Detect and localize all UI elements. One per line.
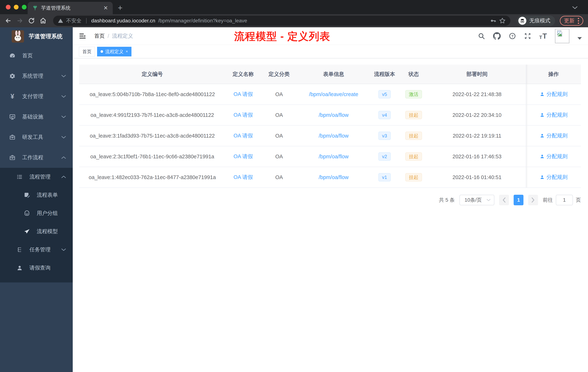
security-warning-icon — [58, 18, 63, 23]
form-info-link[interactable]: /bpm/oa/flow — [297, 153, 370, 160]
sidebar-item-home[interactable]: 首页 — [0, 45, 73, 66]
url-bar[interactable]: 不安全 dashboard.yudao.iocoder.cn/bpm/manag… — [53, 16, 510, 26]
browser-tab[interactable]: 芋道管理系统 ✕ — [28, 2, 113, 14]
definition-name-link[interactable]: OA 请假 — [225, 153, 261, 160]
sidebar-item-leave-query[interactable]: 请假查询 — [0, 259, 73, 277]
definition-name-link[interactable]: OA 请假 — [225, 91, 261, 98]
table-row: oa_leave:2:3c1f0ef1-76b1-11ec-9c66-a2380… — [79, 146, 581, 167]
sidebar-item-payment[interactable]: ¥ 支付管理 — [0, 86, 73, 107]
security-label: 不安全 — [66, 17, 82, 24]
close-window-button[interactable] — [6, 5, 10, 10]
sidebar-item-label: 基础设施 — [22, 113, 54, 120]
document-edit-icon — [24, 192, 30, 198]
sidebar-item-task-management[interactable]: 任务管理 — [0, 241, 73, 259]
active-dot — [101, 50, 103, 53]
user-icon — [540, 154, 545, 159]
fullscreen-icon[interactable] — [524, 33, 531, 40]
sidebar-item-infrastructure[interactable]: 基础设施 — [0, 107, 73, 127]
chevron-down-icon — [61, 248, 66, 251]
chevron-up-icon — [61, 175, 66, 178]
status-badge: 挂起 — [405, 152, 422, 161]
update-label: 更新 — [564, 17, 575, 24]
gear-icon — [9, 73, 16, 79]
assign-rule-link[interactable]: 分配规则 — [540, 91, 568, 98]
assign-rule-link[interactable]: 分配规则 — [540, 174, 568, 181]
version-badge: v1 — [378, 173, 390, 181]
next-page-button[interactable] — [528, 195, 538, 205]
font-size-icon[interactable]: TT — [539, 33, 547, 40]
sidebar-item-workflow[interactable]: 工作流程 — [0, 147, 73, 168]
forward-icon[interactable] — [16, 17, 23, 24]
prev-page-button[interactable] — [499, 195, 509, 205]
definition-name-link[interactable]: OA 请假 — [225, 174, 261, 181]
sidebar-item-label: 用户分组 — [37, 210, 66, 217]
sidebar-item-process-form[interactable]: 流程表单 — [0, 186, 73, 204]
assign-rule-link[interactable]: 分配规则 — [540, 111, 568, 119]
tags-view-bar: 首页 流程定义 × — [73, 45, 588, 58]
form-info-link[interactable]: /bpm/oa/flow — [297, 133, 370, 139]
form-info-link[interactable]: /bpm/oa/flow — [297, 112, 370, 118]
avatar-dropdown-caret-icon[interactable] — [578, 37, 582, 40]
help-icon[interactable]: ? — [509, 33, 516, 40]
password-key-icon[interactable] — [490, 18, 496, 24]
url-host: dashboard.yudao.iocoder.cn — [91, 18, 155, 24]
collapse-sidebar-icon[interactable] — [79, 33, 86, 40]
cell-category: OA — [261, 91, 297, 97]
sidebar-item-devtools[interactable]: 研发工具 — [0, 127, 73, 147]
sidebar-item-label: 任务管理 — [30, 246, 54, 253]
github-icon[interactable] — [493, 32, 501, 40]
window-controls — [6, 5, 27, 10]
user-avatar[interactable] — [555, 29, 569, 43]
sidebar-item-user-group[interactable]: 用户分组 — [0, 204, 73, 222]
assign-rule-link[interactable]: 分配规则 — [540, 132, 568, 139]
sidebar-item-process-management[interactable]: 流程管理 — [0, 168, 73, 186]
goto-page-input[interactable] — [556, 195, 573, 205]
form-info-link[interactable]: /bpm/oa/leave/create — [297, 91, 370, 97]
pagination-total: 共 5 条 — [439, 197, 455, 203]
column-header: 定义名称 — [225, 71, 261, 78]
tab-search-chevron-icon[interactable] — [572, 6, 578, 10]
tag-process-definition[interactable]: 流程定义 × — [97, 47, 131, 56]
definition-name-link[interactable]: OA 请假 — [225, 132, 261, 139]
page-number-current[interactable]: 1 — [514, 195, 524, 205]
list-icon — [16, 174, 23, 180]
app-title: 芋道管理系统 — [29, 33, 63, 40]
face-icon — [24, 210, 30, 216]
sidebar-item-system[interactable]: 系统管理 — [0, 66, 73, 86]
sidebar-item-label: 首页 — [22, 52, 66, 59]
svg-text:?: ? — [511, 34, 514, 38]
tab-close-icon[interactable]: ✕ — [104, 5, 108, 11]
browser-menu-icon[interactable] — [578, 18, 579, 24]
briefcase-icon — [9, 154, 16, 161]
sidebar-item-label: 研发工具 — [22, 134, 54, 141]
sidebar-logo-row[interactable]: 芋道管理系统 — [0, 27, 73, 45]
maximize-window-button[interactable] — [22, 5, 27, 10]
bookmark-star-icon[interactable] — [499, 17, 506, 24]
sidebar-item-process-model[interactable]: 流程模型 — [0, 222, 73, 241]
definition-name-link[interactable]: OA 请假 — [225, 111, 261, 119]
incognito-label: 无痕模式 — [529, 17, 550, 24]
cell-action: 分配规则 — [526, 126, 581, 146]
tree-icon — [16, 247, 23, 253]
page-size-select[interactable]: 10条/页 — [460, 195, 494, 205]
browser-update-button[interactable]: 更新 — [560, 16, 583, 26]
tag-home[interactable]: 首页 — [79, 47, 95, 56]
table-header-row: 定义编号 定义名称 定义分类 表单信息 流程版本 状态 部署时间 操作 — [79, 65, 581, 84]
back-icon[interactable] — [5, 17, 12, 24]
status-badge: 激活 — [405, 90, 422, 98]
reload-icon[interactable] — [28, 17, 35, 24]
assign-rule-link[interactable]: 分配规则 — [540, 153, 568, 160]
table-row: oa_leave:3:1fad3d93-7b75-11ec-a3c8-acde4… — [79, 126, 581, 146]
tag-close-icon[interactable]: × — [126, 49, 128, 54]
column-header-action: 操作 — [526, 65, 581, 84]
search-icon[interactable] — [478, 33, 485, 40]
new-tab-button[interactable]: + — [118, 3, 123, 12]
table-row: oa_leave:4:991f2193-7b7f-11ec-a3c8-acde4… — [79, 105, 581, 126]
breadcrumb-home[interactable]: 首页 — [94, 33, 105, 40]
cell-definition-id: oa_leave:4:991f2193-7b7f-11ec-a3c8-acde4… — [79, 112, 225, 118]
sidebar-item-label: 流程管理 — [30, 173, 54, 181]
chevron-down-icon — [61, 75, 66, 78]
minimize-window-button[interactable] — [14, 5, 19, 10]
home-icon[interactable] — [40, 17, 47, 24]
form-info-link[interactable]: /bpm/oa/flow — [297, 174, 370, 180]
